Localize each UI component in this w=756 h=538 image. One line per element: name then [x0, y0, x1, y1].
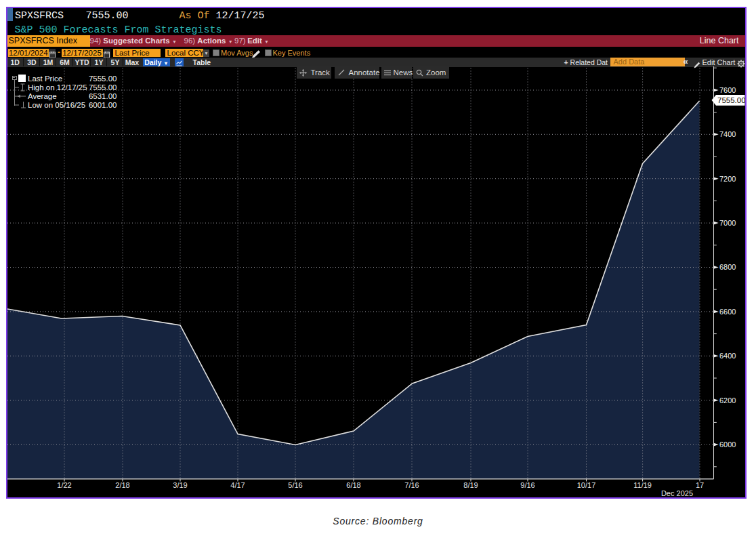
- svg-text:7555.00: 7555.00: [717, 96, 745, 104]
- svg-text:17: 17: [695, 481, 703, 489]
- svg-text:7/16: 7/16: [404, 481, 419, 489]
- svg-text:9/16: 9/16: [520, 481, 534, 489]
- svg-text:6800: 6800: [719, 263, 736, 271]
- svg-text:6200: 6200: [719, 396, 736, 405]
- svg-text:Dec 2025: Dec 2025: [660, 489, 692, 497]
- svg-text:6600: 6600: [719, 308, 736, 316]
- svg-text:5/16: 5/16: [288, 481, 302, 489]
- svg-text:3/19: 3/19: [173, 481, 187, 489]
- svg-text:4/17: 4/17: [230, 481, 245, 489]
- svg-text:10/17: 10/17: [576, 481, 595, 489]
- svg-text:7000: 7000: [719, 219, 736, 227]
- svg-text:7200: 7200: [719, 175, 736, 183]
- svg-text:2/18: 2/18: [115, 481, 129, 489]
- svg-text:7400: 7400: [719, 130, 736, 138]
- svg-text:6400: 6400: [719, 352, 736, 360]
- svg-text:1/22: 1/22: [57, 481, 71, 489]
- svg-text:6/18: 6/18: [346, 481, 360, 489]
- svg-text:6000: 6000: [719, 440, 736, 449]
- svg-text:7600: 7600: [719, 86, 736, 94]
- svg-text:8/19: 8/19: [463, 481, 478, 489]
- svg-text:11/19: 11/19: [633, 481, 652, 489]
